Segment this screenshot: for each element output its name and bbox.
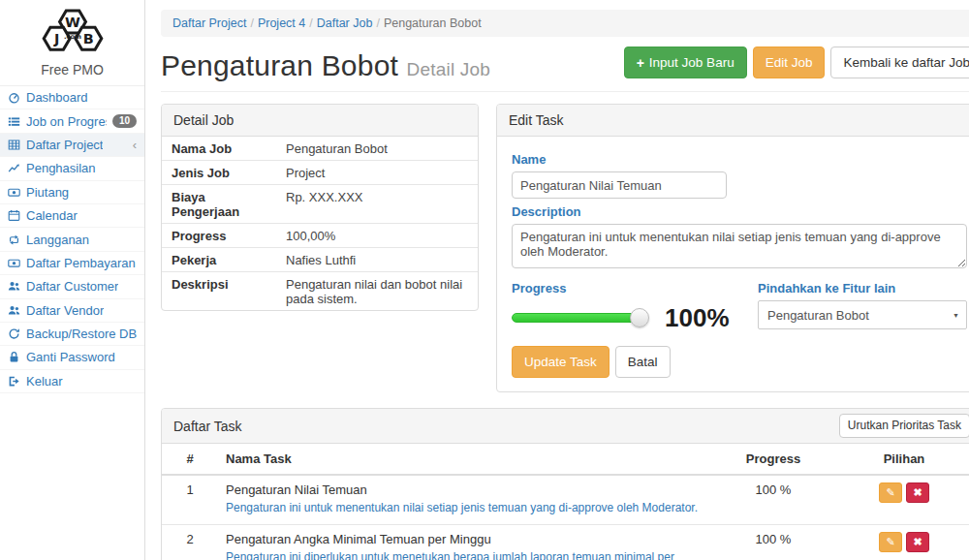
task-num: 1 bbox=[162, 475, 218, 524]
table-row: 1 Pengaturan Nilai Temuan Pengaturan ini… bbox=[162, 475, 969, 524]
header-buttons: +Input Job Baru Edit Job Kembali ke daft… bbox=[624, 47, 969, 82]
urutkan-prioritas-task-button-top[interactable]: Urutkan Prioritas Task bbox=[839, 414, 969, 438]
col-header-progress: Progress bbox=[720, 444, 827, 475]
money-icon bbox=[8, 257, 20, 269]
breadcrumb-link-project-4[interactable]: Project 4 bbox=[258, 16, 305, 30]
delete-task-button[interactable]: ✖ bbox=[906, 482, 929, 503]
task-num: 2 bbox=[162, 524, 218, 560]
sidebar-item-daftar-vendor[interactable]: Daftar Vendor bbox=[0, 299, 144, 323]
delete-task-button[interactable]: ✖ bbox=[906, 532, 929, 552]
progress-slider-line: 100% bbox=[512, 305, 754, 330]
edit-job-button[interactable]: Edit Job bbox=[753, 47, 826, 78]
sidebar-item-penghasilan[interactable]: Penghasilan bbox=[0, 157, 144, 180]
move-group: Pindahkan ke Fitur lain Pengaturan Bobot… bbox=[754, 275, 967, 330]
sidebar-item-job-on-progress[interactable]: Job on Progress 10 bbox=[0, 109, 144, 133]
brand: W J B .com Free PMO bbox=[0, 0, 144, 86]
sidebar-item-label: Daftar Project bbox=[26, 138, 103, 152]
money-icon bbox=[8, 186, 20, 199]
slider-handle[interactable] bbox=[630, 308, 649, 327]
sidebar-item-label: Calendar bbox=[26, 208, 78, 223]
job-count-badge: 10 bbox=[112, 114, 137, 128]
sidebar-item-label: Daftar Pembayaran bbox=[26, 256, 136, 270]
table-row: Progress100,00% bbox=[162, 224, 478, 248]
table-row: Biaya PengerjaanRp. XXX.XXX bbox=[162, 185, 478, 224]
task-description: Pengaturan ini untuk menentukan nilai se… bbox=[226, 500, 712, 516]
daftar-task-panel: Daftar Task Urutkan Prioritas Task # Nam… bbox=[161, 408, 969, 560]
chevron-left-icon: ‹ bbox=[133, 139, 137, 151]
task-description: Pengaturan ini diperlukan untuk menetuka… bbox=[226, 549, 712, 560]
detail-job-panel: Detail Job Nama JobPengaturan Bobot Jeni… bbox=[161, 104, 479, 311]
sidebar-item-backup-restore-db[interactable]: Backup/Restore DB bbox=[0, 323, 144, 346]
edit-task-button[interactable]: ✎ bbox=[879, 482, 902, 503]
page-header: Pengaturan Bobot Detail Job +Input Job B… bbox=[161, 47, 969, 92]
sidebar: W J B .com Free PMO Dashboard Job on Pro… bbox=[0, 0, 145, 560]
sign-out-icon bbox=[8, 375, 20, 388]
move-to-feature-label: Pindahkan ke Fitur lain bbox=[758, 281, 967, 296]
breadcrumb-separator: / bbox=[372, 16, 383, 30]
name-label: Name bbox=[512, 152, 967, 167]
edit-task-form: Name Description Pengaturan ini untuk me… bbox=[497, 137, 969, 391]
plus-icon: + bbox=[637, 56, 644, 70]
breadcrumb-link-daftar-project[interactable]: Daftar Project bbox=[172, 16, 246, 30]
sidebar-item-label: Ganti Password bbox=[26, 350, 115, 364]
update-task-button[interactable]: Update Task bbox=[512, 346, 610, 378]
sidebar-item-ganti-password[interactable]: Ganti Password bbox=[0, 346, 144, 369]
refresh-icon bbox=[8, 327, 20, 340]
breadcrumb-separator: / bbox=[305, 16, 316, 30]
progress-slider[interactable] bbox=[512, 313, 640, 323]
move-to-feature-select[interactable]: Pengaturan Bobot ▼ bbox=[758, 300, 967, 329]
task-progress: 100 % bbox=[720, 524, 827, 560]
task-name-cell: Pengaturan Nilai Temuan Pengaturan ini u… bbox=[218, 475, 720, 524]
breadcrumb-link-daftar-job[interactable]: Daftar Job bbox=[317, 16, 373, 30]
sidebar-item-daftar-project[interactable]: Daftar Project ‹ bbox=[0, 134, 144, 157]
sidebar-item-label: Dashboard bbox=[26, 90, 88, 105]
page-subtitle: Detail Job bbox=[407, 59, 491, 79]
description-label: Description bbox=[512, 204, 967, 219]
task-name-cell: Pengaturan Angka Minimal Temuan per Ming… bbox=[218, 524, 720, 560]
sidebar-item-label: Job on Progress bbox=[26, 114, 107, 129]
edit-task-panel-title: Edit Task bbox=[497, 105, 969, 137]
sidebar-item-label: Keluar bbox=[26, 374, 63, 389]
task-table-header-row: # Nama Task Progress Pilihan bbox=[162, 444, 969, 475]
sidebar-item-calendar[interactable]: Calendar bbox=[0, 204, 144, 228]
sidebar-item-piutang[interactable]: Piutang bbox=[0, 181, 144, 204]
sidebar-item-label: Daftar Vendor bbox=[26, 303, 104, 318]
svg-text:B: B bbox=[82, 31, 93, 47]
page-title: Pengaturan Bobot Detail Job bbox=[161, 49, 490, 82]
table-row: DeskripsiPengaturan nilai dan bobot nila… bbox=[162, 272, 478, 311]
task-name-input[interactable] bbox=[512, 171, 727, 199]
progress-group: Progress 100% bbox=[512, 275, 754, 330]
sidebar-item-daftar-customer[interactable]: Daftar Customer bbox=[0, 275, 144, 298]
sidebar-nav: Dashboard Job on Progress 10 Daftar Proj… bbox=[0, 86, 144, 393]
progress-value: 100% bbox=[665, 305, 730, 330]
sidebar-item-dashboard[interactable]: Dashboard bbox=[0, 86, 144, 109]
col-header-pilihan: Pilihan bbox=[827, 444, 969, 475]
edit-task-buttons: Update Task Batal bbox=[512, 346, 967, 378]
svg-text:W: W bbox=[65, 15, 80, 30]
main-content: Daftar Project/Project 4/Daftar Job/Peng… bbox=[145, 0, 969, 560]
detail-job-table: Nama JobPengaturan Bobot Jenis JobProjec… bbox=[162, 137, 478, 310]
table-icon bbox=[8, 139, 20, 151]
breadcrumb-current: Pengaturan Bobot bbox=[384, 16, 482, 30]
sidebar-item-daftar-pembayaran[interactable]: Daftar Pembayaran bbox=[0, 252, 144, 275]
task-description-textarea[interactable]: Pengaturan ini untuk menentukan nilai se… bbox=[512, 224, 967, 268]
caret-down-icon: ▼ bbox=[953, 312, 959, 319]
sidebar-item-langganan[interactable]: Langganan bbox=[0, 228, 144, 251]
table-row: Nama JobPengaturan Bobot bbox=[162, 137, 478, 161]
sidebar-item-label: Langganan bbox=[26, 233, 89, 247]
sidebar-item-label: Penghasilan bbox=[26, 161, 96, 175]
table-row: 2 Pengaturan Angka Minimal Temuan per Mi… bbox=[162, 524, 969, 560]
col-header-num: # bbox=[162, 444, 218, 475]
sidebar-item-label: Daftar Customer bbox=[26, 279, 118, 294]
task-table: # Nama Task Progress Pilihan 1 Pengatura… bbox=[162, 444, 969, 560]
edit-task-button[interactable]: ✎ bbox=[879, 532, 902, 552]
users-icon bbox=[8, 280, 20, 293]
input-job-baru-button[interactable]: +Input Job Baru bbox=[624, 47, 747, 78]
brand-name: Free PMO bbox=[0, 62, 144, 78]
batal-button[interactable]: Batal bbox=[615, 346, 671, 378]
sidebar-item-label: Backup/Restore DB bbox=[26, 327, 137, 341]
lock-icon bbox=[8, 351, 20, 363]
kembali-ke-daftar-job-button[interactable]: Kembali ke daftar Job bbox=[830, 47, 969, 78]
pencil-icon: ✎ bbox=[886, 536, 894, 547]
sidebar-item-keluar[interactable]: Keluar bbox=[0, 370, 144, 393]
